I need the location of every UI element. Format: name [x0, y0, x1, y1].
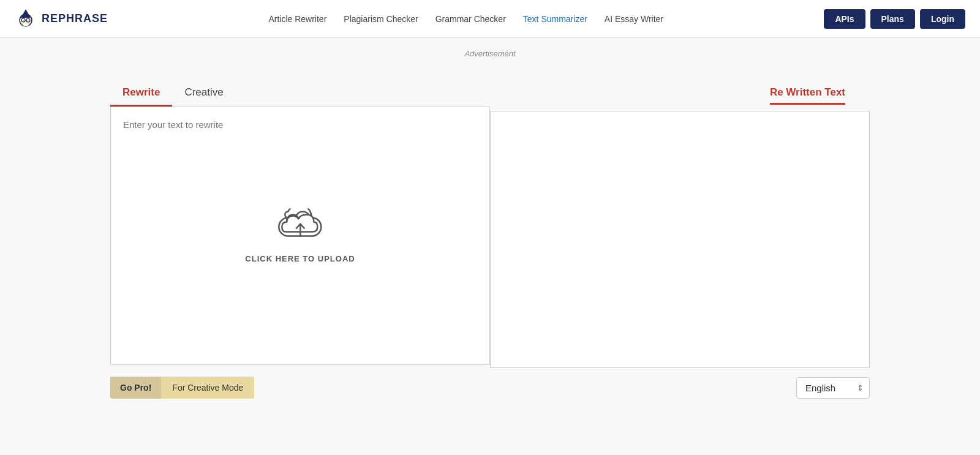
input-box: CLICK HERE TO UPLOAD: [110, 107, 490, 365]
nav-plagiarism-checker[interactable]: Plagiarism Checker: [344, 14, 418, 24]
tab-rewrite[interactable]: Rewrite: [110, 80, 172, 107]
logo-icon: [15, 8, 37, 30]
right-panel: Re Written Text: [490, 80, 870, 368]
logo-text: REPHRASE: [42, 12, 108, 25]
rewritten-header: Re Written Text: [490, 80, 870, 111]
logo-area: REPHRASE: [15, 8, 108, 30]
login-button[interactable]: Login: [920, 9, 965, 29]
go-pro-area: Go Pro! For Creative Mode: [110, 377, 254, 399]
nav-article-rewriter[interactable]: Article Rewriter: [268, 14, 326, 24]
main-content: Rewrite Creative: [0, 62, 980, 411]
apis-button[interactable]: APIs: [824, 9, 865, 29]
language-select-wrapper: English Spanish French German Italian ⇕: [796, 377, 870, 399]
nav-ai-essay-writer[interactable]: AI Essay Writer: [605, 14, 663, 24]
site-header: REPHRASE Article Rewriter Plagiarism Che…: [0, 0, 980, 38]
nav-grammar-checker[interactable]: Grammar Checker: [435, 14, 506, 24]
nav-text-summarizer[interactable]: Text Summarizer: [523, 14, 587, 24]
creative-mode-button[interactable]: For Creative Mode: [161, 377, 254, 399]
bottom-bar: Go Pro! For Creative Mode English Spanis…: [110, 368, 870, 399]
language-select[interactable]: English Spanish French German Italian: [796, 377, 870, 399]
svg-point-5: [23, 23, 29, 26]
left-panel: Rewrite Creative: [110, 80, 490, 368]
tabs-row: Rewrite Creative: [110, 80, 490, 107]
main-nav: Article Rewriter Plagiarism Checker Gram…: [268, 14, 663, 24]
rewritten-box: [490, 111, 870, 368]
plans-button[interactable]: Plans: [870, 9, 915, 29]
tab-creative[interactable]: Creative: [172, 80, 235, 107]
svg-marker-1: [21, 9, 31, 18]
ad-banner: Advertisement: [0, 38, 980, 62]
go-pro-button[interactable]: Go Pro!: [110, 377, 161, 399]
editor-container: Rewrite Creative: [110, 80, 870, 368]
rewritten-title: Re Written Text: [770, 86, 845, 105]
text-input[interactable]: [111, 107, 489, 364]
header-buttons: APIs Plans Login: [824, 9, 965, 29]
